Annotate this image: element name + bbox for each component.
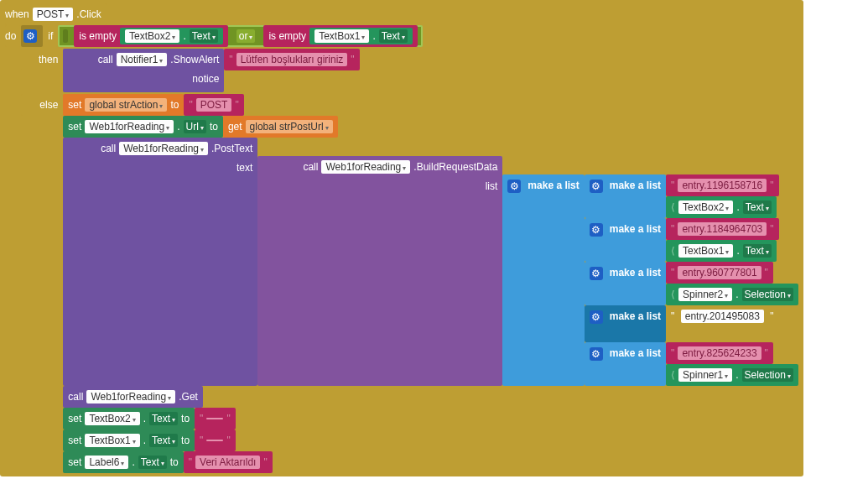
entry-string-3[interactable]: " entry.201495083 " [666, 305, 778, 327]
component-getter-1[interactable]: ⟨TextBox1▾.Text▾ [666, 240, 777, 262]
notice-arg-label: notice [192, 73, 219, 85]
component-getter-4[interactable]: ⟨Spinner1▾.Selection▾ [666, 364, 798, 386]
make-a-list-inner-3[interactable]: make a list [585, 305, 666, 342]
entry-string-0[interactable]: "entry.1196158716" [666, 174, 778, 196]
sublists-column: make a list"entry.1196158716"⟨TextBox2▾.… [585, 174, 798, 386]
set-textbox2-text[interactable]: set TextBox2▾ . Text▾ to [63, 408, 195, 430]
veri-aktarildi-string[interactable]: "Veri Aktarıldı" [184, 451, 273, 473]
get-global-strposturl[interactable]: get global strPostUrl▾ [223, 116, 338, 138]
is-empty-left[interactable]: is empty TextBox2▾ . Text▾ [74, 25, 227, 47]
call-notifier-showalert[interactable]: call Notifier1▾ .ShowAlert notice [63, 49, 224, 92]
component-getter-0[interactable]: ⟨TextBox2▾.Text▾ [666, 196, 777, 218]
when-keyword: when [5, 8, 29, 20]
list-arg-label: list [486, 180, 498, 192]
component-getter-2[interactable]: ⟨Spinner2▾.Selection▾ [666, 284, 798, 305]
set-label6-text[interactable]: set Label6▾ . Text▾ to [63, 451, 183, 473]
or-operator[interactable]: or▾ [231, 28, 261, 44]
make-a-list-inner-4[interactable]: make a list [585, 342, 666, 386]
entry-string-2[interactable]: "entry.960777801" [666, 262, 773, 284]
call-web1-buildrequestdata[interactable]: call Web1forReading▾ .BuildRequestData l… [257, 156, 502, 386]
when-event: .Click [76, 8, 101, 20]
make-a-list-inner-2[interactable]: make a list [585, 262, 666, 305]
is-empty-right[interactable]: is empty TextBox1▾ . Text▾ [263, 25, 417, 47]
if-condition-container: is empty TextBox2▾ . Text▾ or▾ [58, 25, 422, 47]
when-header: when POST▾ .Click [5, 3, 798, 25]
textbox1-text-getter[interactable]: TextBox1▾ . Text▾ [309, 28, 413, 44]
call-web1-posttext[interactable]: call Web1forReading▾ .PostText text [63, 138, 257, 386]
entry-string-4[interactable]: "entry.825624233" [666, 342, 773, 364]
set-global-straction[interactable]: set global strAction▾ to [63, 94, 184, 116]
else-keyword: else [39, 99, 58, 111]
empty-string-1[interactable]: "" [195, 408, 236, 430]
call-web1-get[interactable]: call Web1forReading▾ .Get [63, 386, 203, 408]
notice-string[interactable]: " Lütfen boşlukları giriniz " [224, 49, 359, 70]
textbox2-text-getter[interactable]: TextBox2▾ . Text▾ [120, 28, 223, 44]
then-keyword: then [39, 54, 58, 65]
text-arg-label: text [236, 162, 252, 174]
do-keyword: do [5, 30, 16, 42]
make-a-list-outer[interactable]: make a list [502, 174, 584, 386]
call-keyword: call [98, 54, 113, 65]
set-textbox1-text[interactable]: set TextBox1▾ . Text▾ to [63, 430, 195, 451]
when-event-block[interactable]: when POST▾ .Click do if is em [0, 0, 803, 476]
if-gear[interactable] [21, 25, 43, 47]
empty-string-2[interactable]: "" [195, 430, 236, 451]
set-web1-url[interactable]: set Web1forReading▾ . Url▾ to [63, 116, 223, 138]
make-a-list-inner-1[interactable]: make a list [585, 218, 666, 262]
when-component[interactable]: POST▾ [33, 8, 74, 21]
if-keyword: if [48, 30, 53, 42]
make-a-list-inner-0[interactable]: make a list [585, 174, 666, 218]
entry-string-1[interactable]: "entry.1184964703" [666, 218, 778, 240]
post-string[interactable]: "POST" [184, 94, 243, 116]
